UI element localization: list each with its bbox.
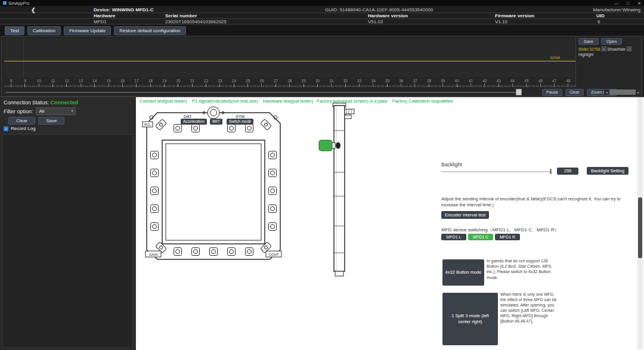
scroll-left-icon[interactable]: ◄ xyxy=(604,89,609,95)
encoder-interval-text: Adjust the sending interval of encoder(t… xyxy=(441,196,627,208)
back-button[interactable]: ❮ xyxy=(31,7,36,13)
axis-tick-label: 43 xyxy=(492,78,506,83)
filter-option-label: Filter option: xyxy=(4,109,33,114)
chart-tickstrip xyxy=(4,83,575,87)
log-save-button[interactable]: Save xyxy=(38,117,64,125)
axis-tick-label: 17 xyxy=(129,78,143,83)
axis-tick-label: 45 xyxy=(519,78,533,83)
chart-clear-button[interactable]: Clear xyxy=(565,89,584,96)
axis-tick-label: 24 xyxy=(227,78,241,83)
encoder-knob-highlight xyxy=(319,140,332,151)
filter-option-select[interactable]: All ▾ xyxy=(36,107,76,115)
log-clear-button[interactable]: Clear xyxy=(8,117,35,125)
axis-tick-label: 23 xyxy=(213,78,227,83)
btn-split3-mode[interactable]: 1 Split 3 mode (left center right) xyxy=(442,293,498,345)
backlight-setting-button[interactable]: Backlight Setting xyxy=(587,167,628,175)
show-hide-checkbox[interactable]: ✓ xyxy=(602,47,606,51)
axis-tick-label: 38 xyxy=(422,78,436,83)
mfd-label-dat: DAT xyxy=(184,114,192,119)
record-log-checkbox[interactable]: ✓ xyxy=(4,126,8,131)
col-uid: UID xyxy=(596,13,605,18)
encoder-interval-test-button[interactable]: Encoder interval test xyxy=(441,211,489,219)
axis-tick-label: 32 xyxy=(339,78,352,83)
axis-tick-label: 20 xyxy=(171,78,185,83)
axis-tick-label: 10 xyxy=(32,78,46,83)
col-hardware: Hardware xyxy=(94,13,115,18)
tab-firmware-update[interactable]: Firmware Update xyxy=(64,26,111,35)
mfd-front-view-drawing: DAT SYM RCL GAIN CONT xyxy=(142,103,285,269)
axis-tick-label: 8 xyxy=(4,78,18,83)
mfd1-r-button[interactable]: MFD1 R xyxy=(495,234,520,240)
axis-tick-label: 9 xyxy=(18,78,32,83)
brt-button[interactable]: BRT xyxy=(210,119,222,125)
axis-tick-label: 26 xyxy=(255,78,268,83)
show-hide-label: Show/hide xyxy=(608,47,626,51)
backlight-slider[interactable] xyxy=(441,171,552,172)
device-header: ❮ Device: WINWING MFD1-C GUID: 51488940-… xyxy=(0,6,644,26)
axis-tick-label: 44 xyxy=(506,78,519,83)
tab-bar: Test Calibration Firmware Update Restore… xyxy=(0,25,644,36)
val-uid: 6 xyxy=(597,19,600,24)
mfd-label-sym: SYM xyxy=(236,114,244,119)
switch-mode-button[interactable]: Switch mode xyxy=(227,119,253,125)
val-hw-version: V51.02 xyxy=(368,19,383,24)
mfd-side-view-drawing xyxy=(316,101,358,280)
pause-button[interactable]: Pause xyxy=(542,89,562,96)
tab-test[interactable]: Test xyxy=(5,26,24,35)
maximize-button[interactable]: □ xyxy=(627,1,629,5)
close-button[interactable]: ✕ xyxy=(637,1,641,5)
axis-tick-label: 18 xyxy=(144,78,157,83)
axis-tick-label: 46 xyxy=(534,78,547,83)
connection-status: Connection Status: Connected xyxy=(4,100,78,106)
axis-tick-label: 13 xyxy=(74,78,88,83)
app-window: SimAppPro — □ ✕ ❮ Device: WINWING MFD1-C… xyxy=(0,0,644,350)
main-vscrollbar-thumb[interactable] xyxy=(638,197,642,258)
col-hw-version: Hardware version xyxy=(368,13,408,18)
manufacturer: Manufacturer:Winwing xyxy=(593,7,640,13)
axis-tick-label: 12 xyxy=(60,78,73,83)
axis-tick-label: 28 xyxy=(283,78,296,83)
val-fw-version: V1.10 xyxy=(495,19,507,24)
axis-tick-label: 14 xyxy=(88,78,101,83)
mfd-label-gain: GAIN xyxy=(149,253,158,256)
chart-open-button[interactable]: Open xyxy=(601,38,622,45)
main-vscrollbar[interactable] xyxy=(637,97,643,349)
signal-line-value: 32768 xyxy=(550,56,560,60)
axis-tick-label: 31 xyxy=(324,78,338,83)
chart-save-button[interactable]: Save xyxy=(578,38,599,45)
scroll-right-icon[interactable]: ► xyxy=(636,89,641,95)
btn-4x32-mode[interactable]: 4x32 Button mode xyxy=(442,259,484,286)
mfd-label-rcl: RCL xyxy=(144,123,151,126)
highlight-checkbox[interactable]: ✓ xyxy=(627,47,631,51)
test-main-panel: Connect test(just tester) P1 signal(indi… xyxy=(136,97,644,350)
axis-tick-label: 48 xyxy=(561,78,575,83)
backlight-label: Backlight xyxy=(441,162,462,168)
chart-zoom-slider-track[interactable] xyxy=(5,92,519,93)
minimize-button[interactable]: — xyxy=(614,1,618,5)
acceleration-button[interactable]: Acceleration xyxy=(181,119,207,125)
tab-calibration[interactable]: Calibration xyxy=(27,26,61,35)
chart-hscrollbar-thumb[interactable] xyxy=(609,89,636,95)
axis-tick-label: 21 xyxy=(185,78,199,83)
axis-tick-label: 37 xyxy=(408,78,422,83)
mfd1-c-button[interactable]: MFD1 C xyxy=(468,234,493,240)
col-serial: Serial number xyxy=(165,13,197,18)
chart-zoom-slider-handle[interactable] xyxy=(516,89,522,95)
mfd-label-cont: CONT xyxy=(269,253,279,256)
axis-tick-label: 27 xyxy=(269,78,283,83)
axis-tick-label: 11 xyxy=(46,78,60,83)
axis-tick-label: 29 xyxy=(297,78,311,83)
slider-readout: Slider:32768 xyxy=(578,47,600,51)
mfd1-l-button[interactable]: MFD1 L xyxy=(441,234,466,240)
title-bar: SimAppPro — □ ✕ xyxy=(0,0,644,6)
axis-tick-label: 47 xyxy=(547,78,561,83)
backlight-value: 255 xyxy=(557,168,578,175)
chart-hscrollbar[interactable]: ◄ ► xyxy=(604,89,641,95)
val-serial: 23020T16505404103962025 xyxy=(165,19,227,24)
axis-tick-label: 19 xyxy=(157,78,171,83)
highlight-label: Highlight xyxy=(578,52,593,57)
col-fw-version: Firmware version xyxy=(495,13,534,18)
backlight-slider-handle[interactable] xyxy=(550,169,552,174)
tab-restore-default[interactable]: Restore default configuration xyxy=(114,26,185,35)
signal-plot: 32768 xyxy=(4,39,575,77)
